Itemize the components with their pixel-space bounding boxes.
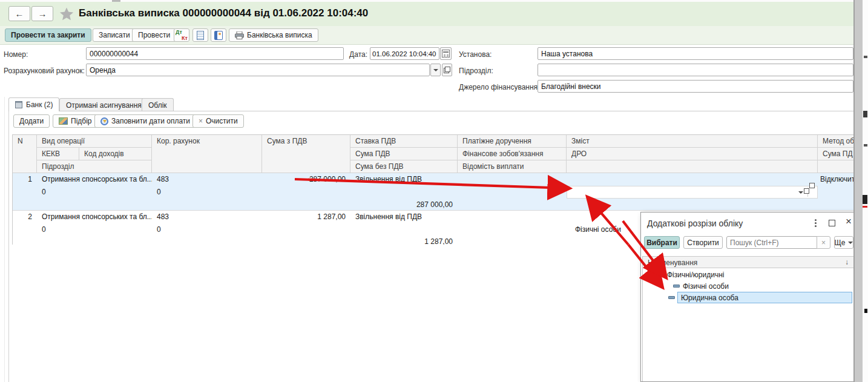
save-button[interactable]: Записати [93, 28, 136, 42]
pick-button[interactable]: Підбір [53, 114, 98, 128]
row2-amount-with-vat[interactable]: 1 287,00 [262, 211, 350, 223]
page-title: Банківська виписка 000000000044 від 01.0… [79, 7, 368, 19]
tree-row-group[interactable]: Фізичні/юридичні [643, 269, 853, 280]
col-header-method-blank [818, 160, 853, 173]
print-statement-button[interactable]: Банківська виписка [229, 28, 318, 42]
list-header-label: Найменування [648, 259, 697, 267]
grid-toolbar: Додати Підбір Заповнити дати оплати × Оч… [9, 111, 853, 133]
account-combo[interactable] [86, 64, 430, 76]
tabpage-left-border [8, 111, 9, 382]
number-label: Номер: [4, 50, 28, 59]
row1-corr-account2[interactable]: 0 [152, 186, 262, 199]
col-header-kekv: КЕКВ [37, 148, 79, 160]
account-label: Розрахунковий рахунок: [4, 67, 85, 75]
close-icon[interactable]: × [846, 216, 852, 228]
row1-amount-without-vat[interactable]: 287 000,00 [350, 199, 458, 211]
item-dash-icon [673, 285, 680, 288]
tab-bank[interactable]: Банк (2) [8, 97, 59, 111]
more-button[interactable]: Ще [834, 236, 853, 249]
fill-dates-icon [100, 117, 108, 125]
item-dash-icon [668, 296, 675, 299]
list-header-row[interactable]: Найменування ↓ [643, 256, 853, 268]
popup-title: Додаткові розрізи обліку [647, 219, 743, 228]
tree-row-individuals[interactable]: Фізичні особи [643, 280, 853, 292]
favorite-star-icon[interactable] [59, 7, 74, 21]
background-window-edge [863, 0, 868, 382]
back-icon: ← [15, 8, 24, 19]
org-label: Установа: [459, 50, 492, 59]
document-header-form: Номер: Дата: Розрахунковий рахунок: Уста… [0, 45, 854, 97]
row2-operation[interactable]: Отримання спонсорських та бл... [37, 211, 152, 223]
chevron-down-icon [798, 191, 803, 194]
account-open-button[interactable] [442, 64, 452, 76]
date-input[interactable] [370, 47, 439, 60]
col-header-income-code: Код доходів [79, 148, 152, 160]
row1-operation[interactable]: Отримання спонсорських та бл... [37, 173, 152, 186]
row1-dro-edit-cell[interactable] [567, 186, 818, 199]
col-header-vat-amount: Сума ПДВ [350, 148, 458, 160]
dept-label: Підрозділ: [459, 67, 493, 75]
row1-corr-account[interactable]: 483 [152, 173, 262, 186]
row2-corr-account[interactable]: 483 [152, 211, 262, 223]
col-header-vat-rate: Ставка ПДВ [350, 135, 458, 148]
printer-icon [235, 31, 244, 39]
ledger-icon [15, 101, 22, 108]
chevron-down-icon [433, 69, 438, 71]
row1-amount-with-vat[interactable]: 287 000,00 [262, 173, 350, 186]
window-fragment [864, 56, 867, 58]
clear-x-icon: × [821, 239, 826, 247]
account-dropdown-button[interactable] [430, 64, 441, 76]
back-button[interactable]: ← [8, 6, 30, 21]
dimensions-list: Найменування ↓ Фізичні/юридичні Фізичні … [642, 256, 854, 381]
tree-item-label: Фізичні особи [683, 282, 729, 291]
row1-n[interactable]: 1 [13, 173, 37, 186]
row1-vat-rate[interactable]: Звільнення від ПДВ [350, 173, 458, 186]
row2-n[interactable]: 2 [13, 211, 37, 223]
date-calendar-button[interactable] [440, 47, 452, 60]
row1-kekv[interactable]: 0 [37, 186, 79, 199]
dt-kt-icon: Дт Кт [176, 30, 188, 41]
dept-input[interactable] [538, 64, 853, 76]
row2-kekv[interactable]: 0 [37, 223, 79, 236]
add-row-button[interactable]: Додати [13, 114, 50, 128]
window-fragment [863, 195, 867, 204]
document-icon [197, 31, 204, 40]
source-input[interactable] [538, 80, 853, 93]
row2-corr-account2[interactable]: 0 [152, 223, 262, 236]
open-icon [444, 67, 450, 73]
search-input[interactable] [726, 236, 817, 249]
source-label: Джерело фінансування: [459, 83, 539, 91]
fill-payment-dates-button[interactable]: Заповнити дати оплати [94, 114, 196, 128]
row2-amount-without-vat[interactable]: 1 287,00 [350, 235, 458, 245]
row2-vat-rate[interactable]: Звільнення від ПДВ [350, 211, 458, 223]
titlebar: ← → Банківська виписка 000000000044 від … [0, 2, 854, 26]
search-clear-button[interactable]: × [817, 236, 830, 249]
address-book-icon [214, 31, 223, 40]
number-input[interactable] [86, 47, 344, 60]
dro-open-button[interactable] [809, 188, 818, 197]
forward-button[interactable]: → [31, 6, 53, 21]
tree-row-legal-entity[interactable]: Юридична особа [643, 292, 853, 303]
maximize-icon[interactable] [829, 220, 835, 226]
window-fragment [863, 206, 867, 208]
col-header-n: N [13, 135, 37, 173]
select-button[interactable]: Вибрати [644, 236, 680, 249]
tree-item-label: Фізичні/юридичні [667, 271, 725, 279]
registry-button[interactable] [211, 28, 226, 42]
tab-accounting[interactable]: Облік [142, 98, 174, 111]
post-button[interactable]: Провести [132, 28, 176, 42]
document-structure-button[interactable] [192, 28, 208, 42]
col-header-operation: Вид операції [37, 135, 152, 148]
org-input[interactable] [538, 47, 853, 60]
clear-button[interactable]: × Очистити [192, 114, 244, 128]
tab-allocations[interactable]: Отримані асигнування [59, 98, 148, 111]
post-and-close-button[interactable]: Провести та закрити [5, 28, 91, 42]
create-button[interactable]: Створити [683, 236, 723, 249]
col-header-content-blank [567, 160, 818, 173]
col-header-amount-without-vat: Сума без ПДВ [350, 160, 458, 173]
row1-method[interactable]: Відключит [818, 173, 853, 186]
dt-kt-button[interactable]: Дт Кт [174, 28, 189, 42]
date-label: Дата: [348, 50, 367, 59]
sort-down-icon: ↓ [845, 258, 849, 266]
window-fragment [864, 144, 867, 147]
